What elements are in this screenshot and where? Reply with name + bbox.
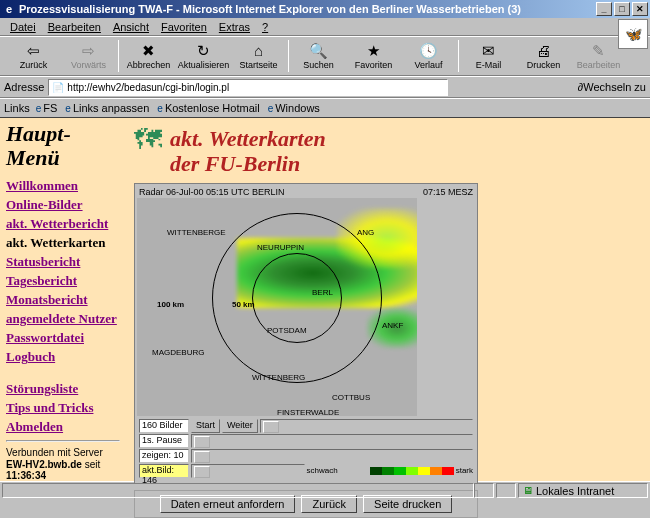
menu-datei[interactable]: Datei [4,21,42,33]
print-button[interactable]: 🖨Drucken [516,40,571,72]
slider-2[interactable] [191,434,473,448]
back-button[interactable]: ⇦Zurück [6,40,61,72]
sidebar-item-onlinebilder[interactable]: Online-Bilder [6,197,120,213]
menu-ansicht[interactable]: Ansicht [107,21,155,33]
city-cottbus: COTTBUS [332,393,370,402]
status-pane-1 [474,483,494,498]
toolbar: ⇦Zurück ⇨Vorwärts ✖Abbrechen ↻Aktualisie… [0,36,650,76]
sidebar-item-wetterkarten[interactable]: akt. Wetterkarten [6,235,120,251]
sidebar-item-passwortdatei[interactable]: Passwortdatei [6,330,120,346]
city-neuruppin: NEURUPPIN [257,243,304,252]
throbber-icon: 🦋 [618,19,648,49]
search-button[interactable]: 🔍Suchen [291,40,346,72]
links-label: Links [4,102,30,114]
sidebar-item-nutzer[interactable]: angemeldete Nutzer [6,311,120,327]
back-arrow-icon: ⇦ [27,42,40,60]
menu-extras[interactable]: Extras [213,21,256,33]
address-input[interactable]: 📄 http://ewhv2/bedasun/cgi-bin/login.pl [48,79,448,96]
city-wittenberge: WITTENBERGE [167,228,226,237]
menu-favoriten[interactable]: Favoriten [155,21,213,33]
sidebar-item-tips[interactable]: Tips und Tricks [6,400,120,416]
legend-high: stark [456,466,473,475]
city-potsdam: POTSDAM [267,326,307,335]
sidebar-item-willkommen[interactable]: Willkommen [6,178,120,194]
page-icon: e [36,103,42,114]
history-icon: 🕓 [419,42,438,60]
page-icon: 📄 [52,82,64,93]
sidebar-item-wetterbericht[interactable]: akt. Wetterbericht [6,216,120,232]
favorites-button[interactable]: ★Favoriten [346,40,401,72]
stop-button[interactable]: ✖Abbrechen [121,40,176,72]
forward-arrow-icon: ⇨ [82,42,95,60]
refresh-icon: ↻ [197,42,210,60]
sidebar-footer: Verbunden mit Server EW-HV2.bwb.de seit … [6,440,120,481]
sidebar-item-monatsbericht[interactable]: Monatsbericht [6,292,120,308]
main-area: 🗺 akt. Wetterkarten der FU-Berlin Radar … [126,118,650,481]
forward-button[interactable]: ⇨Vorwärts [61,40,116,72]
city-wittenberg: WITTENBERG [252,373,305,382]
mail-icon: ✉ [482,42,495,60]
pause-field[interactable]: 1s. Pause [139,434,189,448]
page-content: Haupt-Menü Willkommen Online-Bilder akt.… [0,118,650,481]
status-message [2,483,474,498]
minimize-button[interactable]: _ [596,2,612,16]
address-url: http://ewhv2/bedasun/cgi-bin/login.pl [67,82,229,93]
favorites-icon: ★ [367,42,380,60]
legend-low: schwach [307,466,338,475]
weiter-button[interactable]: Weiter [222,419,258,433]
slider-1[interactable] [260,419,473,433]
color-legend [370,466,454,476]
window-titlebar: e Prozessvisualisierung TWA-F - Microsof… [0,0,650,18]
statusbar: 🖥 Lokales Intranet [0,481,650,499]
links-bar: Links eFS eLinks anpassen eKostenlose Ho… [0,98,650,118]
page-icon: e [157,103,163,114]
refresh-button[interactable]: ↻Aktualisieren [176,40,231,72]
ring-label-100: 100 km [157,300,184,309]
link-hotmail[interactable]: eKostenlose Hotmail [157,102,259,114]
mail-button[interactable]: ✉E-Mail [461,40,516,72]
map-outline-icon: 🗺 [134,126,162,154]
city-angermunde: ANG [357,228,374,237]
link-anpassen[interactable]: eLinks anpassen [65,102,149,114]
zeigen-field[interactable]: zeigen: 10 [139,449,189,463]
radar-panel: Radar 06-Jul-00 05:15 UTC BERLIN 07:15 M… [134,183,478,484]
menu-help[interactable]: ? [256,21,274,33]
start-button[interactable]: Start [191,419,220,433]
address-label: Adresse [4,81,44,93]
sidebar-item-stoerungsliste[interactable]: Störungsliste [6,381,120,397]
aktbild-field[interactable]: akt.Bild: 146 [139,464,189,478]
slider-4[interactable] [191,464,305,478]
window-title: Prozessvisualisierung TWA-F - Microsoft … [19,3,521,15]
globe-icon: 🖥 [523,485,533,496]
search-icon: 🔍 [309,42,328,60]
ie-icon: e [2,2,16,16]
city-frankfurt: ANKF [382,321,403,330]
history-button[interactable]: 🕓Verlauf [401,40,456,72]
page-icon: e [65,103,71,114]
menu-bearbeiten[interactable]: Bearbeiten [42,21,107,33]
radar-map: WITTENBERGE NEURUPPIN ANG BERL POTSDAM A… [137,198,417,416]
sidebar-item-logbuch[interactable]: Logbuch [6,349,120,365]
home-button[interactable]: ⌂Startseite [231,40,286,72]
sidebar-item-statusbericht[interactable]: Statusbericht [6,254,120,270]
counter-field[interactable]: 160 Bilder [139,419,189,433]
city-magdeburg: MAGDEBURG [152,348,204,357]
close-button[interactable]: ✕ [632,2,648,16]
page-icon: e [268,103,274,114]
page-header: 🗺 akt. Wetterkarten der FU-Berlin [130,122,482,181]
zone-pane: 🖥 Lokales Intranet [518,483,648,498]
sidebar-item-abmelden[interactable]: Abmelden [6,419,120,435]
radar-title: Radar 06-Jul-00 05:15 UTC BERLIN 07:15 M… [137,186,475,198]
sidebar-item-tagesbericht[interactable]: Tagesbericht [6,273,120,289]
maximize-button[interactable]: □ [614,2,630,16]
slider-3[interactable] [191,449,473,463]
city-berlin: BERL [312,288,333,297]
radar-controls: 160 Bilder Start Weiter 1s. Pause zeigen… [137,416,475,481]
link-windows[interactable]: eWindows [268,102,320,114]
sidebar-heading: Haupt-Menü [6,122,120,170]
link-fs[interactable]: eFS [36,102,58,114]
home-icon: ⌂ [254,42,263,60]
menubar: Datei Bearbeiten Ansicht Favoriten Extra… [0,18,650,36]
sidebar: Haupt-Menü Willkommen Online-Bilder akt.… [0,118,126,481]
go-button[interactable]: ∂ Wechseln zu [578,81,646,93]
